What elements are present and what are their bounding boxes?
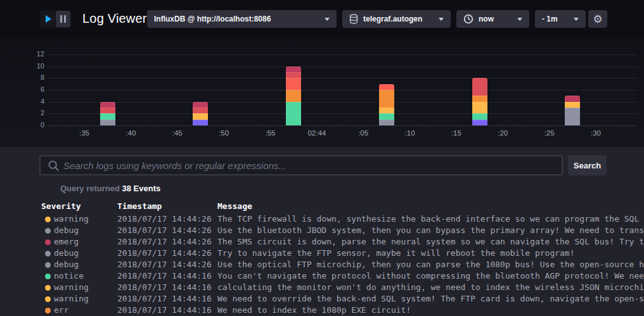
histogram-bar-segment-err (286, 90, 301, 102)
table-row[interactable]: debug2018/07/17 14:44:26Use the bluetoot… (0, 225, 644, 236)
x-axis-tick-label: :30 (591, 129, 601, 137)
y-axis-tick-label: 2 (23, 109, 44, 117)
settings-button[interactable]: ⚙ (588, 10, 607, 28)
y-axis-tick-label: 10 (23, 62, 44, 70)
play-button[interactable] (41, 11, 55, 27)
source-dropdown[interactable]: InfluxDB @ http://localhost:8086 (147, 10, 337, 28)
table-row[interactable]: warning2018/07/17 14:44:26The TCP firewa… (0, 213, 644, 225)
histogram-bar[interactable] (286, 66, 301, 125)
gridline (48, 78, 637, 79)
table-row[interactable]: debug2018/07/17 14:44:26Use the optical … (0, 259, 644, 270)
histogram-bar-segment-alert (472, 78, 487, 96)
histogram-bar-segment-warning (193, 113, 208, 119)
message-cell: Use the bluetooth JBOD system, then you … (217, 225, 644, 236)
histogram-bar-segment-debug (100, 120, 115, 125)
x-axis-tick-label: 02:44 (307, 129, 326, 137)
timestamp-cell: 2018/07/17 14:44:16 (117, 270, 212, 282)
x-axis-tick-label: :15 (451, 129, 461, 137)
pause-button[interactable] (56, 11, 70, 27)
severity-dot-warning (45, 285, 51, 291)
histogram-bar-segment-warning (472, 102, 487, 114)
histogram-bar-segment-alert (286, 72, 301, 78)
table-row[interactable]: warning2018/07/17 14:44:16calculating th… (0, 282, 644, 293)
histogram-bar-segment-emerg (565, 96, 580, 101)
message-cell: We need to index the 1080p EXE circuit! (217, 305, 644, 316)
search-icon (48, 160, 60, 172)
severity-label: emerg (54, 236, 79, 248)
histogram-bar[interactable] (379, 84, 394, 125)
histogram-bar-segment-debug (379, 120, 394, 125)
gear-icon: ⚙ (593, 14, 602, 25)
chevron-down-icon (439, 18, 444, 21)
severity-dot-debug (45, 262, 51, 268)
log-results-panel: Search Query returned 38 Events Severity… (0, 147, 644, 316)
message-cell: Try to navigate the FTP sensor, maybe it… (217, 248, 644, 259)
chevron-down-icon (574, 18, 579, 21)
x-axis-tick-label: :40 (126, 129, 136, 137)
time-dropdown[interactable]: now (456, 10, 529, 28)
histogram-bar[interactable] (472, 78, 487, 125)
histogram-bar-segment-crit (286, 78, 301, 90)
table-row[interactable]: err2018/07/17 14:44:16We need to index t… (0, 305, 644, 316)
message-cell: We need to override the back-end SQL sys… (217, 293, 644, 305)
timestamp-cell: 2018/07/17 14:44:26 (117, 248, 212, 259)
severity-dot-warning (45, 296, 51, 302)
severity-dot-emerg (45, 239, 51, 245)
timestamp-cell: 2018/07/17 14:44:26 (117, 225, 212, 236)
table-row[interactable]: emerg2018/07/17 14:44:26The SMS circuit … (0, 236, 644, 248)
x-axis-tick-label: :35 (79, 129, 89, 137)
chevron-down-icon (325, 18, 330, 21)
histogram-bar-segment-err (472, 96, 487, 101)
severity-label: debug (54, 225, 79, 236)
message-cell: Use the optical FTP microchip, then you … (217, 259, 644, 270)
table-row[interactable]: notice2018/07/17 14:44:16You can't navig… (0, 270, 644, 282)
histogram-bar-segment-info (472, 120, 487, 125)
histogram-bar[interactable] (565, 96, 580, 125)
histogram-bar[interactable] (100, 102, 115, 125)
page-title: Log Viewer (82, 11, 147, 26)
histogram-bar-segment-notice (379, 113, 394, 119)
message-cell: The TCP firewall is down, synthesize the… (217, 213, 644, 225)
search-box (39, 155, 563, 175)
table-row[interactable]: debug2018/07/17 14:44:26Try to navigate … (0, 248, 644, 259)
histogram-bar-segment-emerg (286, 66, 301, 72)
search-input[interactable] (63, 156, 558, 174)
histogram-bar-segment-emerg (193, 102, 208, 108)
column-header-timestamp: Timestamp (117, 201, 162, 212)
database-dropdown[interactable]: telegraf.autogen (342, 10, 451, 28)
gridline (48, 54, 637, 55)
severity-label: warning (54, 213, 89, 225)
query-summary-count: 38 Events (122, 184, 161, 193)
histogram-bar-segment-info (193, 120, 208, 125)
severity-dot-warning (45, 217, 51, 222)
severity-label: debug (54, 248, 79, 259)
timestamp-cell: 2018/07/17 14:44:16 (117, 305, 212, 316)
time-dropdown-label: now (479, 15, 494, 23)
search-button[interactable]: Search (568, 155, 607, 175)
column-header-severity: Severity (41, 201, 81, 212)
histogram-bar-segment-err (379, 90, 394, 108)
table-row[interactable]: warning2018/07/17 14:44:16We need to ove… (0, 293, 644, 305)
log-histogram-chart[interactable]: 024681012:35:40:45:50:5502:44:05:10:15:2… (0, 38, 644, 147)
source-dropdown-label: InfluxDB @ http://localhost:8086 (154, 15, 271, 23)
histogram-bar-segment-warning (379, 108, 394, 113)
severity-label: err (54, 305, 68, 316)
timestamp-cell: 2018/07/17 14:44:26 (117, 213, 212, 225)
severity-dot-notice (45, 274, 51, 279)
y-axis-tick-label: 0 (23, 121, 44, 129)
histogram-bar-segment-warning (565, 102, 580, 108)
histogram-bar[interactable] (193, 102, 208, 125)
histogram-bar-segment-notice (100, 113, 115, 119)
query-summary: Query returned 38 Events (60, 184, 160, 193)
histogram-bar-segment-alert (100, 108, 115, 113)
top-navigation-bar: Log Viewer InfluxDB @ http://localhost:8… (0, 0, 644, 38)
x-axis-tick-label: :05 (358, 129, 368, 137)
y-axis-tick-label: 4 (23, 98, 44, 105)
severity-dot-debug (45, 251, 51, 256)
gridline (48, 90, 637, 91)
play-pause-toggle (39, 9, 72, 28)
severity-label: warning (54, 293, 89, 305)
range-dropdown[interactable]: - 1m (535, 10, 586, 28)
severity-label: warning (54, 282, 89, 293)
histogram-bar-segment-notice (286, 102, 301, 125)
